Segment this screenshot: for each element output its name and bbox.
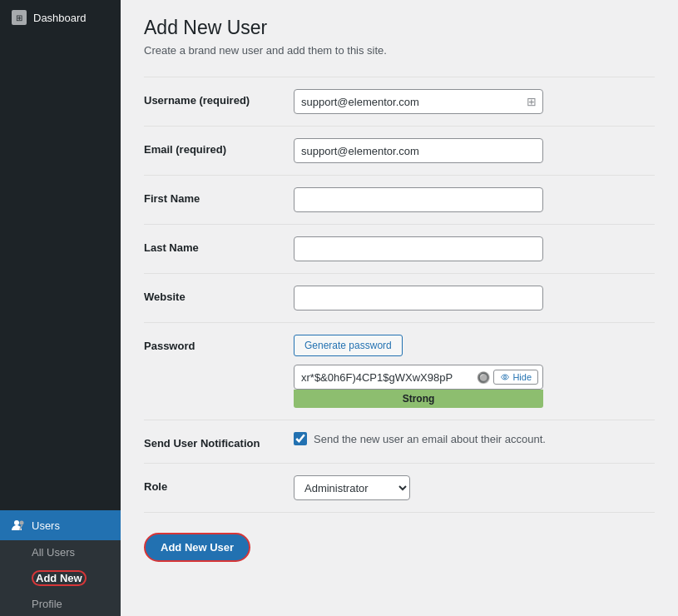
submit-section: Add New User: [144, 533, 655, 562]
password-row: Password Generate password 🔘 Hide: [144, 323, 655, 420]
email-label: Email (required): [144, 127, 294, 176]
notification-row: Send User Notification Send the new user…: [144, 420, 655, 464]
notification-row-content: Send the new user an email about their a…: [294, 432, 655, 445]
username-icon: ⊞: [527, 95, 537, 108]
username-input-wrapper: ⊞: [294, 89, 543, 114]
password-strength-label: Strong: [403, 393, 435, 405]
password-strength-bar: Strong: [294, 390, 543, 408]
sidebar-item-add-new[interactable]: Add New: [0, 564, 121, 592]
website-input[interactable]: [294, 286, 543, 310]
lastname-label: Last Name: [144, 225, 294, 274]
website-row: Website: [144, 274, 655, 323]
role-select[interactable]: Administrator Editor Author Contributor …: [294, 475, 410, 500]
users-icon: [12, 519, 25, 532]
sidebar-item-dashboard[interactable]: ⊞ Dashboard: [0, 0, 121, 35]
svg-point-2: [504, 376, 507, 379]
email-input[interactable]: [294, 138, 543, 163]
firstname-label: First Name: [144, 176, 294, 225]
hide-password-button[interactable]: Hide: [493, 370, 538, 385]
role-label: Role: [144, 464, 294, 513]
page-subtitle: Create a brand new user and add them to …: [144, 44, 655, 57]
svg-point-0: [14, 520, 19, 525]
username-input[interactable]: [294, 89, 543, 114]
firstname-input[interactable]: [294, 187, 543, 212]
email-row: Email (required): [144, 127, 655, 176]
lastname-row: Last Name: [144, 225, 655, 274]
eye-icon: 🔘: [477, 371, 490, 384]
add-new-user-button[interactable]: Add New User: [144, 533, 250, 562]
eye-slash-icon: [500, 372, 510, 382]
website-label: Website: [144, 274, 294, 323]
username-row: Username (required) ⊞: [144, 77, 655, 127]
dashboard-label: Dashboard: [33, 12, 87, 24]
role-row: Role Administrator Editor Author Contrib…: [144, 464, 655, 513]
generate-password-button[interactable]: Generate password: [294, 335, 403, 356]
main-content: Add New User Create a brand new user and…: [121, 0, 678, 616]
username-label: Username (required): [144, 77, 294, 127]
password-label: Password: [144, 323, 294, 420]
users-section-label: Users: [32, 519, 60, 532]
notification-text: Send the new user an email about their a…: [314, 433, 546, 445]
page-title: Add New User: [144, 17, 655, 39]
sidebar-item-profile[interactable]: Profile: [0, 592, 121, 616]
add-user-form: Username (required) ⊞ Email (required) F…: [144, 77, 655, 513]
sidebar-item-users[interactable]: Users: [0, 510, 121, 540]
notification-checkbox[interactable]: [294, 432, 307, 445]
add-new-bubble: Add New: [32, 570, 87, 586]
svg-point-1: [20, 521, 24, 525]
firstname-row: First Name: [144, 176, 655, 225]
password-icons: 🔘 Hide: [477, 370, 538, 385]
password-input-wrapper: 🔘 Hide: [294, 365, 543, 390]
sidebar-item-all-users[interactable]: All Users: [0, 540, 121, 564]
notification-label: Send User Notification: [144, 420, 294, 464]
users-section: Users All Users Add New Profile: [0, 510, 121, 616]
sidebar: ⊞ Dashboard Users All Users Add New: [0, 0, 121, 616]
lastname-input[interactable]: [294, 236, 543, 261]
dashboard-icon: ⊞: [12, 10, 27, 25]
